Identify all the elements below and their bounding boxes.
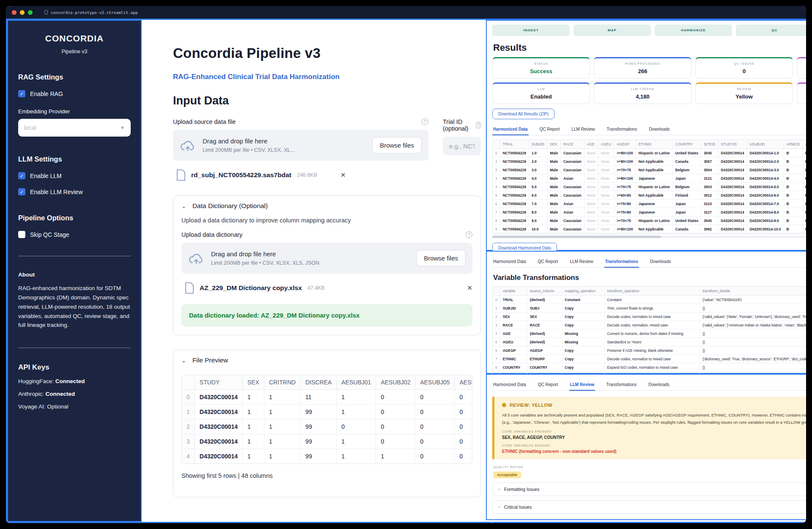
table-row: 4D4320C0001411991100 (182, 449, 472, 464)
help-icon[interactable]: ? (422, 118, 428, 125)
tab-downloads[interactable]: Downloads (649, 257, 672, 267)
table-cell: 3 (182, 434, 195, 449)
data-dictionary-expander-header[interactable]: ⌄ Data Dictionary (Optional) (173, 196, 480, 216)
table-cell: 3123 (701, 200, 718, 208)
table-cell: >=80<100 (614, 157, 636, 166)
remove-file-icon[interactable]: ✕ (340, 171, 346, 179)
recommendations-expander[interactable]: › Recommendations (492, 518, 806, 523)
metric-value: Success (495, 68, 587, 74)
stage-tab-qc[interactable]: QC (736, 25, 806, 36)
checkbox-checked-icon[interactable]: ✓ (18, 172, 25, 179)
rag-settings-heading: RAG Settings (18, 73, 131, 81)
chevron-down-icon: ⌄ (181, 203, 186, 209)
browser-tab-title: concordia-prototype-v3.streamlit.app (51, 10, 138, 15)
table-cell: {'dictionary_used': True, 'dictionary_so… (700, 355, 806, 363)
enable-llm-review-checkbox[interactable]: ✓ Enable LLM Review (18, 188, 131, 195)
window-controls[interactable] (12, 10, 33, 15)
help-icon[interactable]: ? (466, 231, 472, 238)
table-cell: 8 (493, 217, 500, 225)
skip-qc-checkbox[interactable]: Skip QC Stage (18, 231, 131, 238)
harmonized-data-table-container[interactable]: TRIALSUBJIDSEXRACEAGEAGEUAGEGPETHNICCOUN… (492, 140, 806, 234)
column-header: RACE (561, 140, 584, 149)
table-cell: 6.0 (529, 191, 547, 200)
stage-tab-map[interactable]: MAP (573, 25, 651, 36)
column-header: SITEID (701, 140, 718, 149)
tab-qc-report[interactable]: QC Report (537, 380, 559, 390)
main-content: Concordia Pipeline v3 RAG-Enhanced Clini… (142, 20, 486, 522)
tab-llm-review[interactable]: LLM Review (569, 257, 594, 267)
source-file-dropzone[interactable]: Drag and drop file here Limit 200MB per … (173, 130, 428, 161)
app-frame: CONCORDIA Pipeline v3 RAG Settings ✓ Ena… (6, 19, 806, 523)
table-cell: Male (547, 217, 561, 225)
table-cell: 4 (493, 183, 500, 191)
tab-qc-report[interactable]: QC Report (537, 257, 559, 267)
table-cell: 3012 (701, 191, 718, 200)
browse-files-button[interactable]: Browse files (372, 137, 422, 153)
stage-tab-harmonize[interactable]: HARMONIZE (655, 25, 732, 36)
api-key-huggingface: HuggingFace: Connected (18, 378, 131, 384)
review-body-text: All 5 core variables are technically pre… (502, 411, 806, 426)
page-icon (44, 10, 48, 14)
table-cell: >=80<100 (614, 149, 636, 157)
formatting-issues-expander[interactable]: › Formatting Issues (492, 482, 806, 496)
tab-qc-report[interactable]: QC Report (539, 125, 561, 135)
table-row: 7ETHNICETHGRPCopyDecode codes, normalize… (493, 355, 806, 363)
table-cell: D4320C00014-5.0 (747, 183, 784, 191)
tab-harmonized-data[interactable]: Harmonized Data (492, 380, 527, 390)
metric-label: LLM TOKENS (597, 87, 689, 91)
table-cell: D4320C00014-10.0 (747, 225, 784, 233)
table-row: 8COUNTRYCOUNTRYCopyExpand ISO codes, nor… (493, 363, 806, 372)
metric-label: QC ISSUES (698, 62, 790, 66)
enable-rag-checkbox[interactable]: ✓ Enable RAG (18, 90, 131, 97)
enable-llm-checkbox[interactable]: ✓ Enable LLM (18, 172, 131, 179)
tab-harmonized-data[interactable]: Harmonized Data (492, 125, 529, 135)
maximize-window-icon[interactable] (28, 10, 33, 15)
embedding-provider-select[interactable]: local ▼ (18, 119, 131, 137)
table-cell: D4320C00014 (195, 449, 242, 464)
table-cell: Caucasian (561, 166, 584, 174)
tab-llm-review[interactable]: LLM Review (569, 380, 595, 391)
dictionary-dropzone[interactable]: Drag and drop file here Limit 200MB per … (181, 243, 472, 274)
help-icon[interactable]: ? (476, 122, 481, 129)
api-key-label: Voyage AI: (18, 403, 46, 410)
trial-id-input[interactable] (443, 137, 481, 155)
scrollbar-thumb[interactable] (492, 236, 661, 238)
tab-llm-review[interactable]: LLM Review (571, 125, 595, 135)
remove-file-icon[interactable]: ✕ (467, 284, 472, 292)
table-cell: 8.0 (529, 208, 547, 217)
checkbox-checked-icon[interactable]: ✓ (18, 90, 25, 97)
table-cell: Asian (561, 200, 584, 208)
download-all-results-button[interactable]: Download All Results (ZIP) (492, 109, 554, 119)
transformations-table-container[interactable]: variablesource_columnmapping_operationtr… (492, 286, 806, 381)
table-cell: 7 (493, 355, 500, 363)
table-cell: 3057 (701, 157, 718, 166)
table-cell: D4320C00014 (195, 434, 242, 449)
table-cell: 0 (493, 149, 500, 157)
horizontal-scrollbar[interactable] (492, 236, 806, 238)
file-preview-table-container[interactable]: STUDYSEXCRITRNDDISCREAAESUBJ01AESUBJ02AE… (181, 375, 472, 464)
browser-tab[interactable]: concordia-prototype-v3.streamlit.app (44, 10, 138, 15)
tab-harmonized-data[interactable]: Harmonized Data (492, 257, 527, 267)
tab-transformations[interactable]: Transformations (606, 125, 638, 135)
tab-transformations[interactable]: Transformations (604, 257, 639, 268)
table-cell: TRIAL (500, 296, 527, 304)
table-cell: Not Applicable (636, 166, 672, 174)
critical-issues-expander[interactable]: › Critical Issues (492, 500, 806, 514)
table-cell: 1 (337, 449, 376, 464)
minimize-window-icon[interactable] (20, 10, 25, 15)
tab-transformations[interactable]: Transformations (605, 380, 637, 390)
tab-downloads[interactable]: Downloads (647, 380, 670, 390)
checkbox-checked-icon[interactable]: ✓ (18, 188, 25, 195)
browse-files-button[interactable]: Browse files (416, 250, 466, 266)
stage-tab-ingest[interactable]: INGEST (492, 25, 570, 36)
table-cell: Canada (672, 157, 701, 166)
metric-label: MODEL (800, 87, 806, 91)
tab-downloads[interactable]: Downloads (648, 125, 670, 135)
file-preview-expander-header[interactable]: ⌄ File Preview (173, 350, 480, 370)
table-cell: D4320C00014-6.0 (747, 191, 784, 200)
table-cell: Caucasian (561, 149, 584, 157)
checkbox-unchecked-icon[interactable] (18, 231, 25, 238)
table-row: 0D4320C0001411111000 (182, 390, 472, 405)
close-window-icon[interactable] (12, 10, 16, 15)
table-cell: D4320C00014-2.0 (747, 157, 784, 166)
